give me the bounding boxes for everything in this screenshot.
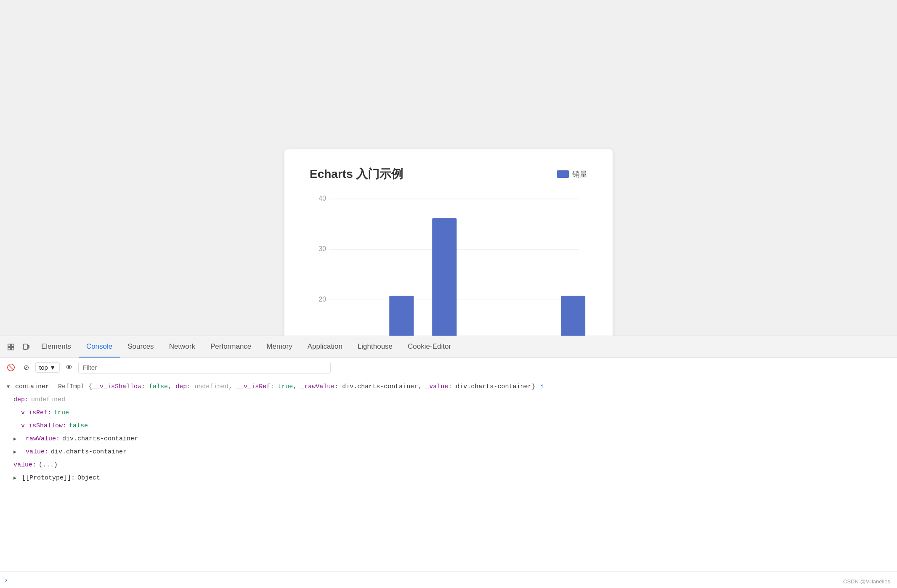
tab-performance[interactable]: Performance: [203, 336, 259, 358]
console-icon-2[interactable]: ⊘: [20, 362, 32, 373]
prop-value-getter-key: value:: [13, 460, 36, 470]
watermark: CSDN @Villanelles: [843, 578, 890, 585]
tab-network[interactable]: Network: [162, 336, 203, 358]
console-filter-input[interactable]: [78, 362, 331, 373]
devtools-tabbar: Elements Console Sources Network Perform…: [0, 336, 897, 358]
tab-sources[interactable]: Sources: [120, 336, 161, 358]
prop-isref-value: true: [54, 408, 69, 418]
legend-label: 销量: [572, 169, 587, 179]
console-line-isref: __v_isRef: true: [0, 407, 897, 420]
context-selector[interactable]: top ▼: [35, 362, 60, 373]
svg-text:30: 30: [319, 245, 326, 252]
svg-rect-25: [8, 347, 11, 350]
console-line-prototype: [[Prototype]]: Object: [0, 472, 897, 485]
svg-text:40: 40: [319, 195, 326, 202]
expand-arrow-prototype[interactable]: [13, 474, 19, 482]
tab-elements[interactable]: Elements: [34, 336, 79, 358]
prop-dep-value: undefined: [31, 395, 65, 405]
tab-memory[interactable]: Memory: [259, 336, 300, 358]
console-line-isshallow: __v_isShallow: false: [0, 420, 897, 433]
prop-prototype-key: [[Prototype]]:: [22, 473, 75, 483]
chart-header: Echarts 入门示例 销量: [310, 166, 587, 182]
expand-arrow-rawvalue[interactable]: [13, 435, 19, 443]
tab-console[interactable]: Console: [79, 336, 120, 358]
svg-rect-24: [11, 344, 14, 347]
svg-rect-27: [24, 344, 27, 350]
prop-isshallow-key: __v_isShallow:: [13, 421, 66, 431]
inspect-icon[interactable]: [3, 339, 19, 355]
console-clear-button[interactable]: 🚫: [5, 362, 17, 373]
svg-text:20: 20: [319, 296, 326, 303]
devtools-panel: Elements Console Sources Network Perform…: [0, 336, 897, 588]
prop-rawvalue-key: _rawValue:: [22, 434, 60, 444]
device-icon[interactable]: [19, 339, 34, 355]
svg-rect-23: [8, 344, 11, 347]
chart-legend: 销量: [557, 169, 587, 179]
eye-icon[interactable]: 👁: [63, 362, 75, 373]
prop-value-getter-val: (...): [39, 460, 58, 470]
svg-rect-28: [28, 345, 29, 348]
console-line-container: container RefImpl {__v_isShallow: false,…: [0, 381, 897, 394]
prop-dep-key: dep:: [13, 395, 29, 405]
console-line-value: _value: div.charts-container: [0, 446, 897, 459]
legend-color-box: [557, 170, 569, 178]
prop-name-container: container: [15, 382, 49, 392]
prop-value-value: div.charts-container: [51, 447, 127, 457]
console-line-value-getter: value: (...): [0, 459, 897, 472]
info-badge: i: [540, 383, 544, 392]
refimpl-label: RefImpl {__v_isShallow: false, dep: unde…: [58, 382, 535, 392]
console-toolbar: 🚫 ⊘ top ▼ 👁: [0, 358, 897, 377]
expand-arrow-value[interactable]: [13, 448, 19, 456]
expand-arrow-container[interactable]: [7, 383, 13, 391]
console-output: container RefImpl {__v_isShallow: false,…: [0, 377, 897, 571]
prop-isshallow-value: false: [69, 421, 88, 431]
tab-lighthouse[interactable]: Lighthouse: [350, 336, 400, 358]
console-line-rawvalue: _rawValue: div.charts-container: [0, 433, 897, 446]
tab-application[interactable]: Application: [300, 336, 350, 358]
tab-cookie-editor[interactable]: Cookie-Editor: [400, 336, 459, 358]
context-label: top: [39, 364, 48, 371]
prop-isref-key: __v_isRef:: [13, 408, 51, 418]
chevron-down-icon: ▼: [50, 364, 56, 371]
prompt-arrow-icon: ›: [5, 576, 7, 584]
prop-prototype-value: Object: [77, 473, 100, 483]
chart-title: Echarts 入门示例: [310, 166, 403, 182]
console-prompt[interactable]: ›: [0, 571, 897, 588]
svg-rect-26: [11, 347, 14, 350]
prop-rawvalue-value: div.charts-container: [62, 434, 138, 444]
console-line-dep: dep: undefined: [0, 394, 897, 407]
prop-value-key: _value:: [22, 447, 48, 457]
